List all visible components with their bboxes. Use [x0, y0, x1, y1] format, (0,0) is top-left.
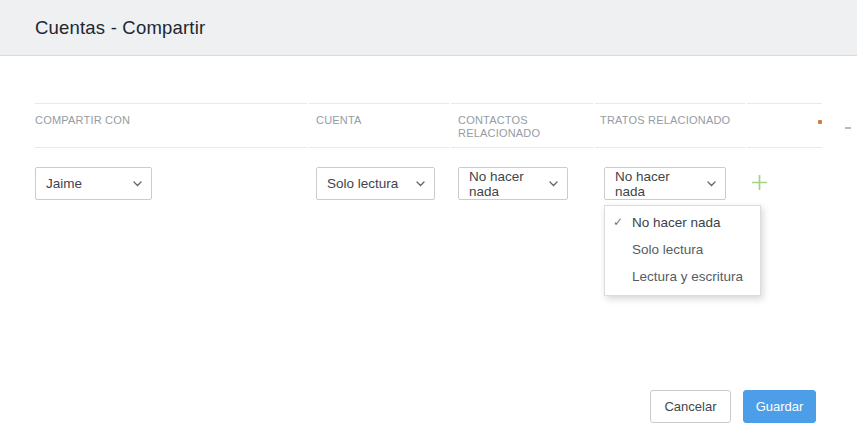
menu-option-label: No hacer nada — [632, 215, 721, 230]
cancel-button[interactable]: Cancelar — [650, 390, 731, 423]
deals-permission-dropdown-menu: ✓ No hacer nada Solo lectura Lectura y e… — [604, 205, 761, 296]
menu-option-label: Solo lectura — [632, 242, 703, 257]
chevron-down-icon — [416, 181, 425, 187]
contacts-permission-value: No hacer nada — [469, 169, 541, 199]
column-header-related-contacts: CONTACTOS RELACIONADO — [451, 103, 593, 148]
column-header-share-with: COMPARTIR CON — [35, 103, 307, 148]
modal-title: Cuentas - Compartir — [35, 0, 205, 56]
account-permission-value: Solo lectura — [327, 176, 398, 191]
contacts-permission-select[interactable]: No hacer nada — [458, 167, 568, 200]
account-permission-select[interactable]: Solo lectura — [316, 167, 435, 200]
menu-option-label: Lectura y escritura — [632, 269, 743, 284]
add-row-button[interactable] — [750, 175, 768, 193]
chevron-down-icon — [133, 181, 142, 187]
column-header-account: CUENTA — [309, 103, 449, 148]
deals-permission-value: No hacer nada — [615, 169, 699, 199]
modal-footer: Cancelar Guardar — [650, 390, 816, 423]
modal-header: Cuentas - Compartir — [0, 0, 857, 56]
share-with-select[interactable]: Jaime — [35, 167, 152, 200]
column-header-actions — [747, 103, 822, 148]
artifact-dash — [845, 127, 851, 129]
save-button[interactable]: Guardar — [743, 390, 816, 423]
menu-option-solo-lectura[interactable]: Solo lectura — [605, 236, 760, 263]
share-accounts-modal: Cuentas - Compartir COMPARTIR CON CUENTA… — [0, 0, 857, 437]
menu-option-lectura-y-escritura[interactable]: Lectura y escritura — [605, 263, 760, 290]
deals-permission-select[interactable]: No hacer nada — [604, 167, 726, 200]
check-icon: ✓ — [613, 209, 623, 236]
column-header-related-deals: TRATOS RELACIONADO — [595, 103, 745, 148]
chevron-down-icon — [549, 181, 558, 187]
chevron-down-icon — [707, 181, 716, 187]
table-row: Jaime Solo lectura No hacer nada — [35, 167, 822, 200]
share-with-value: Jaime — [46, 176, 82, 191]
plus-icon — [751, 174, 768, 194]
table-header-row: COMPARTIR CON CUENTA CONTACTOS RELACIONA… — [35, 103, 822, 148]
menu-option-no-hacer-nada[interactable]: ✓ No hacer nada — [605, 209, 760, 236]
artifact-dot — [818, 120, 822, 124]
